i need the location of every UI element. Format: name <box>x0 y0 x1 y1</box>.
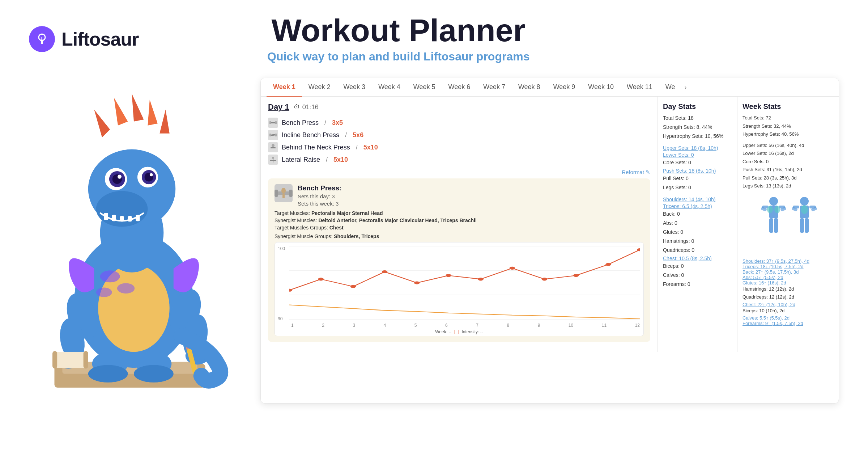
stat-quadriceps: Quadriceps: 0 <box>663 246 732 254</box>
reformat-button[interactable]: Reformat ✎ <box>268 169 650 176</box>
detail-header: Bench Press: Sets this day: 3 Sets this … <box>275 184 644 207</box>
target-muscles: Target Muscles: Pectoralis Major Sternal… <box>275 210 644 216</box>
svg-rect-64 <box>282 194 285 198</box>
svg-marker-25 <box>94 110 110 138</box>
exercise-list: Bench Press / 3x5 Incline Bench Press / … <box>268 118 650 165</box>
svg-point-20 <box>118 175 122 179</box>
svg-point-78 <box>573 274 579 277</box>
week-tab-6[interactable]: Week 6 <box>442 78 477 97</box>
svg-marker-26 <box>114 98 128 126</box>
stat-strength-sets: Strength Sets: 8, 44% <box>663 123 732 131</box>
wstat-core-sets: Core Sets: 0 <box>743 158 834 165</box>
svg-rect-45 <box>84 351 88 368</box>
svg-rect-14 <box>120 216 124 221</box>
wstat-calves[interactable]: Calves: 5.5↑ (5.5s), 2d <box>743 315 790 321</box>
wstat-push-sets: Push Sets: 31 (16s, 15h), 2d <box>743 166 834 173</box>
week-tab-2[interactable]: Week 2 <box>302 78 337 97</box>
week-tabs: Week 1 Week 2 Week 3 Week 4 Week 5 Week … <box>261 78 839 97</box>
week-tab-1[interactable]: Week 1 <box>267 78 302 97</box>
svg-rect-53 <box>269 134 271 136</box>
wstat-shoulders[interactable]: Shoulders: 37↑ (9.5s, 27.5h), 4d <box>743 258 809 264</box>
wstat-biceps: Biceps: 10 (10h), 2d <box>743 307 834 314</box>
exercise-item: Incline Bench Press / 5x6 <box>268 130 650 140</box>
stat-core-sets: Core Sets: 0 <box>663 159 732 166</box>
wstat-strength-sets: Strength Sets: 32, 44% <box>743 123 834 130</box>
main-content: Week 1 Week 2 Week 3 Week 4 Week 5 Week … <box>0 71 868 404</box>
exercise-name: Incline Bench Press <box>282 131 339 139</box>
svg-point-31 <box>117 283 135 294</box>
wstat-forearms[interactable]: Forearms: 9↑ (1.5s, 7.5h), 2d <box>743 321 803 326</box>
svg-point-73 <box>414 281 420 284</box>
chart-legend-intensity: Intensity: -- <box>461 329 483 334</box>
week-stats-column: Week Stats Total Sets: 72 Strength Sets:… <box>737 97 839 352</box>
synergist-groups: Synergist Muscle Groups: Shoulders, Tric… <box>275 233 644 239</box>
workout-column: Day 1 ⏱ 01:16 Bench Press / 3x5 <box>261 97 658 352</box>
dino-illustration <box>29 78 239 404</box>
bench-press-illustration <box>275 184 293 202</box>
wstat-back[interactable]: Back: 27↑ (9.5s, 17.5h), 3d <box>743 269 799 275</box>
stat-lower-sets[interactable]: Lower Sets: 0 <box>663 152 732 158</box>
svg-marker-29 <box>159 110 169 134</box>
wstat-upper-sets: Upper Sets: 56 (16s, 40h), 4d <box>743 142 834 149</box>
svg-rect-16 <box>136 215 140 221</box>
chart-legend-week: Week: -- <box>435 329 451 334</box>
svg-point-63 <box>281 188 286 194</box>
chart-x-labels: 1 2 3 4 5 6 7 8 9 10 11 12 <box>291 323 640 328</box>
wstat-triceps[interactable]: Triceps: 18↓ (10.5s, 7.5h), 2d <box>743 264 804 269</box>
target-muscles-value: Pectoralis Major Sternal Head <box>311 210 383 216</box>
week-tab-4[interactable]: Week 4 <box>372 78 407 97</box>
exercise-icon-lateral-raise <box>268 155 278 165</box>
day-stats-column: Day Stats Total Sets: 18 Strength Sets: … <box>658 97 737 352</box>
wstat-chest[interactable]: Chest: 22↑ (12s, 10h), 2d <box>743 302 795 307</box>
clock-icon: ⏱ <box>294 104 300 111</box>
exercise-icon-bench-press <box>268 118 278 128</box>
chart-y-labels: 100 90 <box>278 246 285 321</box>
exercise-chart: 100 90 <box>275 242 644 336</box>
svg-point-81 <box>769 197 778 206</box>
exercise-sets: 5x6 <box>353 131 363 139</box>
stat-chest[interactable]: Chest: 10.5 (8s, 2.5h) <box>663 256 732 261</box>
chart-svg <box>289 246 640 320</box>
week-tab-10[interactable]: Week 10 <box>582 78 620 97</box>
week-tab-9[interactable]: Week 9 <box>547 78 582 97</box>
stat-triceps[interactable]: Triceps: 6.5 (4s, 2.5h) <box>663 203 732 209</box>
stat-calves: Calves: 0 <box>663 271 732 279</box>
stat-forearms: Forearms: 0 <box>663 280 732 288</box>
synergist-groups-value: Shoulders, Triceps <box>334 233 379 239</box>
week-tab-8[interactable]: Week 8 <box>512 78 547 97</box>
week-tab-more[interactable]: We <box>659 78 682 97</box>
week-tab-5[interactable]: Week 5 <box>407 78 442 97</box>
week-tab-11[interactable]: Week 11 <box>620 78 659 97</box>
svg-rect-50 <box>269 121 271 124</box>
stat-back: Back: 0 <box>663 210 732 218</box>
day-time-value: 01:16 <box>302 104 319 111</box>
week-tab-3[interactable]: Week 3 <box>337 78 372 97</box>
svg-point-99 <box>801 205 808 214</box>
wstat-lower-sets: Lower Sets: 16 (16s), 2d <box>743 150 834 157</box>
more-tabs-icon[interactable]: › <box>681 79 689 96</box>
stat-glutes: Glutes: 0 <box>663 228 732 236</box>
wstat-abs[interactable]: Abs: 5.5↑ (5.5s), 2d <box>743 275 783 280</box>
svg-point-24 <box>150 173 153 176</box>
svg-rect-15 <box>128 216 132 221</box>
wstat-glutes[interactable]: Glutes: 16↑ (16s), 2d <box>743 280 786 286</box>
stat-pull-sets: Pull Sets: 0 <box>663 175 732 182</box>
stat-shoulders[interactable]: Shoulders: 14 (4s, 10h) <box>663 197 732 202</box>
week-tab-7[interactable]: Week 7 <box>477 78 512 97</box>
detail-sets-week: Sets this week: 3 <box>298 200 341 207</box>
svg-point-70 <box>318 278 324 280</box>
exercise-sets: 3x5 <box>332 119 343 127</box>
wstat-quadriceps: Quadriceps: 12 (12s), 2d <box>743 294 834 301</box>
stat-upper-sets[interactable]: Upper Sets: 18 (8s, 10h) <box>663 145 732 151</box>
exercise-name: Behind The Neck Press <box>282 144 350 151</box>
svg-point-77 <box>542 278 548 280</box>
wstat-hamstrings: Hamstrings: 12 (12s), 2d <box>743 286 834 293</box>
exercise-icon-neck-press <box>268 142 278 152</box>
svg-rect-44 <box>52 351 57 368</box>
exercise-icon-incline <box>268 130 278 140</box>
stat-hypertrophy-sets: Hypertrophy Sets: 10, 56% <box>663 132 732 140</box>
logo-area: L Liftosaur <box>29 26 139 52</box>
chart-legend: Week: -- Intensity: -- <box>435 329 483 334</box>
stat-push-sets[interactable]: Push Sets: 18 (8s, 10h) <box>663 168 732 174</box>
header: L Liftosaur Workout Planner Quick way to… <box>0 0 868 71</box>
